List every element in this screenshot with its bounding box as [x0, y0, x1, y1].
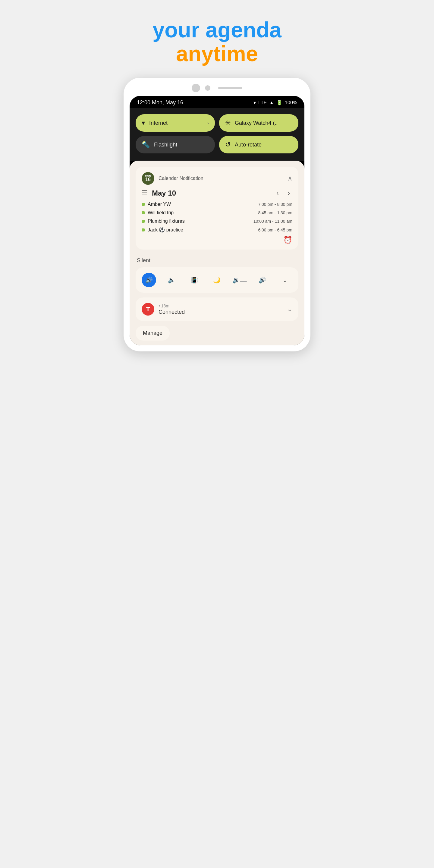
qs-flashlight-label: Flashlight	[154, 142, 177, 148]
status-right: ▾ LTE ▲ 🔋 100%	[253, 100, 297, 105]
tesla-logo-letter: T	[146, 306, 150, 313]
battery-icon: 🔋	[276, 100, 282, 105]
bluetooth-qs-icon: ✳	[225, 119, 230, 127]
cal-next-button[interactable]: ›	[285, 189, 292, 197]
phone-camera-small	[205, 85, 210, 91]
volume-slider	[240, 281, 247, 282]
cal-event-3-name: Jack ⚽ practice	[148, 227, 183, 233]
cal-event-0-dot	[142, 203, 145, 206]
status-time: 12:00 Mon, May 16	[137, 99, 183, 106]
wifi-qs-icon: ▾	[142, 119, 145, 127]
tesla-notification-card: T • 18m Connected ⌄	[135, 298, 299, 321]
cal-event-3-time: 6:00 pm - 6:45 pm	[258, 227, 292, 232]
notification-panel: MON 16 Calendar Notification ∧ ☰ May 10 …	[130, 161, 304, 345]
sound-controls-row: 🔊 🔈 📳 🌙 🔉 🔊 ⌄	[142, 273, 292, 287]
qs-internet-arrow: ›	[207, 120, 209, 126]
snooze-icon[interactable]: ⏰	[142, 236, 292, 244]
cal-event-3: Jack ⚽ practice 6:00 pm - 6:45 pm	[142, 227, 292, 233]
notif-header: MON 16 Calendar Notification ∧	[142, 172, 292, 185]
cal-prev-button[interactable]: ‹	[274, 189, 281, 197]
qs-tile-galaxy-watch[interactable]: ✳ Galaxy Watch4 (..	[219, 114, 299, 132]
signal-label: LTE	[258, 100, 267, 105]
signal-bars-icon: ▲	[269, 100, 274, 105]
sound-btn-volume-down[interactable]: 🔉	[232, 273, 247, 287]
cal-event-0-time: 7:00 pm - 8:30 pm	[258, 202, 292, 207]
cal-event-0: Amber YW 7:00 pm - 8:30 pm	[142, 202, 292, 207]
quick-settings-panel: ▾ Internet › ✳ Galaxy Watch4 (.. 🔦 Flash…	[130, 108, 304, 161]
tesla-logo: T	[142, 303, 154, 315]
cal-event-1-time: 8:45 am - 1:30 pm	[258, 210, 292, 215]
cal-event-3-dot	[142, 228, 145, 231]
sound-btn-1[interactable]: 🔈	[164, 273, 179, 287]
cal-event-2-time: 10:00 am - 11:00 am	[253, 219, 292, 224]
qs-tile-auto-rotate[interactable]: ↺ Auto-rotate	[219, 136, 299, 153]
rotate-qs-icon: ↺	[225, 141, 230, 149]
cal-event-2-name: Plumbing fixtures	[148, 218, 185, 224]
tesla-status: Connected	[158, 309, 283, 315]
manage-button[interactable]: Manage	[135, 326, 170, 341]
sound-btn-dnd[interactable]: 🌙	[210, 273, 224, 287]
calendar-avatar: MON 16	[142, 172, 154, 185]
flashlight-qs-icon: 🔦	[142, 141, 150, 149]
calendar-icon: ☰	[142, 189, 148, 197]
headline-line2: anytime	[153, 42, 281, 66]
cal-event-2: Plumbing fixtures 10:00 am - 11:00 am	[142, 218, 292, 224]
tesla-info: • 18m Connected	[158, 304, 283, 315]
cal-event-0-name: Amber YW	[148, 202, 171, 207]
sound-controls-card: 🔊 🔈 📳 🌙 🔉 🔊 ⌄	[135, 267, 299, 293]
phone-shell: 12:00 Mon, May 16 ▾ LTE ▲ 🔋 100% ▾ Inter…	[124, 78, 310, 351]
cal-month-label: May 10	[152, 189, 270, 197]
cal-event-3-left: Jack ⚽ practice	[142, 227, 183, 233]
headline-line1: your agenda	[153, 18, 281, 42]
qs-internet-label: Internet	[149, 120, 167, 126]
cal-event-1-dot	[142, 211, 145, 214]
qs-autorotate-label: Auto-rotate	[235, 142, 261, 148]
tesla-expand-button[interactable]: ⌄	[287, 305, 292, 313]
phone-camera	[192, 84, 200, 92]
cal-event-1: Will field trip 8:45 am - 1:30 pm	[142, 210, 292, 216]
sound-btn-volume-up[interactable]: 🔊	[255, 273, 270, 287]
wifi-icon: ▾	[253, 100, 256, 105]
tesla-time-ago: • 18m	[158, 304, 283, 308]
cal-event-1-left: Will field trip	[142, 210, 174, 216]
avatar-day-num: 16	[145, 177, 151, 182]
phone-screen: 12:00 Mon, May 16 ▾ LTE ▲ 🔋 100% ▾ Inter…	[130, 96, 304, 345]
expand-calendar-button[interactable]: ∧	[287, 175, 292, 182]
silent-label: Silent	[135, 254, 299, 267]
sound-btn-0[interactable]: 🔊	[142, 273, 156, 287]
headline: your agenda anytime	[153, 18, 281, 66]
phone-speaker	[218, 87, 242, 89]
cal-event-1-name: Will field trip	[148, 210, 174, 216]
qs-tile-internet[interactable]: ▾ Internet ›	[135, 114, 215, 132]
calendar-notif-title: Calendar Notification	[158, 176, 283, 181]
calendar-notification-card: MON 16 Calendar Notification ∧ ☰ May 10 …	[135, 167, 299, 250]
page-wrapper: your agenda anytime 12:00 Mon, May 16 ▾ …	[99, 12, 335, 351]
status-bar: 12:00 Mon, May 16 ▾ LTE ▲ 🔋 100%	[130, 96, 304, 108]
battery-label: 100%	[285, 100, 297, 105]
qs-galaxy-label: Galaxy Watch4 (..	[235, 120, 278, 126]
phone-top-bar	[130, 84, 304, 92]
cal-event-0-left: Amber YW	[142, 202, 171, 207]
cal-event-2-dot	[142, 220, 145, 223]
cal-date-row: ☰ May 10 ‹ ›	[142, 189, 292, 197]
tesla-header: T • 18m Connected ⌄	[142, 303, 292, 315]
cal-event-2-left: Plumbing fixtures	[142, 218, 185, 224]
qs-tile-flashlight[interactable]: 🔦 Flashlight	[135, 136, 215, 153]
sound-expand-button[interactable]: ⌄	[278, 273, 292, 287]
sound-btn-vibrate[interactable]: 📳	[187, 273, 202, 287]
